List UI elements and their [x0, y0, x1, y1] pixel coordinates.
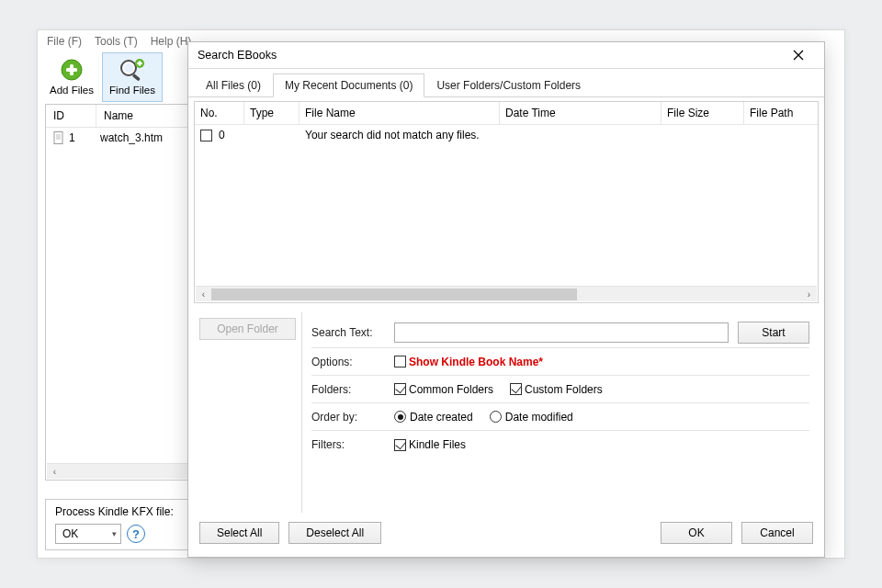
help-button[interactable]: ? — [127, 525, 145, 543]
results-table: No. Type File Name Date Time File Size F… — [194, 101, 819, 303]
cancel-button[interactable]: Cancel — [741, 522, 813, 544]
kindle-files-option[interactable]: Kindle Files — [394, 438, 466, 451]
filters-label: Filters: — [311, 438, 394, 451]
deselect-all-button[interactable]: Deselect All — [288, 522, 381, 544]
results-message: Your search did not match any files. — [300, 125, 667, 145]
svg-rect-9 — [137, 62, 142, 64]
tab-all-files[interactable]: All Files (0) — [194, 74, 273, 97]
scroll-left-icon[interactable]: ‹ — [47, 464, 62, 480]
results-header: No. Type File Name Date Time File Size F… — [195, 102, 818, 125]
date-modified-label: Date modified — [505, 411, 573, 424]
col-filepath[interactable]: File Path — [744, 102, 818, 125]
svg-rect-3 — [66, 68, 77, 72]
open-folder-button: Open Folder — [199, 318, 296, 340]
date-modified-option[interactable]: Date modified — [490, 411, 573, 424]
find-files-button[interactable]: Find Files — [102, 52, 163, 102]
custom-folders-option[interactable]: Custom Folders — [510, 383, 603, 396]
find-files-label: Find Files — [105, 85, 160, 96]
custom-folders-checkbox[interactable] — [510, 383, 522, 395]
options-row: Options: Show Kindle Book Name* — [311, 348, 809, 376]
date-created-option[interactable]: Date created — [394, 411, 473, 424]
scroll-left-icon[interactable]: ‹ — [196, 287, 211, 302]
folders-label: Folders: — [311, 383, 394, 396]
chevron-down-icon: ▾ — [112, 529, 117, 538]
search-row: Search Text: Start — [311, 318, 809, 348]
kindle-files-checkbox[interactable] — [394, 439, 406, 451]
orderby-row: Order by: Date created Date modified — [311, 403, 809, 431]
kfx-select-value: OK — [62, 527, 78, 540]
add-files-button[interactable]: Add Files — [41, 52, 102, 102]
col-filesize[interactable]: File Size — [662, 102, 744, 125]
common-folders-checkbox[interactable] — [394, 383, 406, 395]
col-no[interactable]: No. — [195, 102, 244, 125]
menu-file[interactable]: File (F) — [41, 32, 87, 51]
folders-row: Folders: Common Folders Custom Folders — [311, 376, 809, 403]
common-folders-label: Common Folders — [409, 383, 493, 396]
tab-my-recent[interactable]: My Recent Documents (0) — [273, 74, 424, 97]
common-folders-option[interactable]: Common Folders — [394, 383, 493, 396]
kfx-select[interactable]: OK ▾ — [55, 524, 121, 544]
tab-user-folders[interactable]: User Folders/Custom Folders — [424, 74, 593, 97]
results-scrollbar[interactable]: ‹ › — [196, 286, 817, 301]
dialog-buttons: Select All Deselect All OK Cancel — [188, 513, 824, 557]
svg-rect-10 — [54, 132, 62, 144]
col-type[interactable]: Type — [244, 102, 300, 125]
show-kindle-checkbox[interactable] — [394, 356, 406, 368]
show-kindle-option[interactable]: Show Kindle Book Name* — [394, 356, 543, 368]
search-input[interactable] — [394, 322, 729, 343]
col-filename[interactable]: File Name — [300, 102, 500, 125]
custom-folders-label: Custom Folders — [525, 383, 603, 396]
document-icon — [51, 130, 66, 145]
ok-button[interactable]: OK — [661, 522, 732, 544]
search-label: Search Text: — [311, 326, 394, 339]
svg-point-5 — [124, 63, 133, 73]
col-id[interactable]: ID — [46, 105, 96, 127]
select-all-button[interactable]: Select All — [199, 522, 279, 544]
date-created-radio[interactable] — [394, 411, 406, 423]
dialog-titlebar: Search EBooks — [188, 42, 824, 69]
options-label: Options: — [311, 356, 394, 368]
close-button[interactable] — [782, 46, 815, 64]
menu-tools[interactable]: Tools (T) — [89, 32, 143, 51]
orderby-label: Order by: — [311, 411, 394, 424]
search-ebooks-dialog: Search EBooks All Files (0) My Recent Do… — [187, 41, 825, 558]
date-created-label: Date created — [410, 411, 473, 424]
dialog-title: Search EBooks — [198, 49, 277, 62]
close-icon — [793, 50, 804, 61]
add-files-icon — [56, 57, 87, 83]
cell-name: watch_3.htm — [100, 131, 163, 144]
row-checkbox[interactable] — [200, 130, 212, 141]
svg-rect-6 — [132, 74, 141, 81]
kindle-files-label: Kindle Files — [409, 438, 466, 451]
cell-no: 0 — [219, 129, 225, 141]
results-row[interactable]: 0 Your search did not match any files. — [195, 125, 818, 145]
find-files-icon — [117, 57, 148, 83]
show-kindle-label: Show Kindle Book Name* — [409, 356, 543, 368]
filters-row: Filters: Kindle Files — [311, 431, 809, 458]
scroll-right-icon[interactable]: › — [801, 287, 817, 302]
cell-id: 1 — [69, 131, 100, 144]
tabstrip: All Files (0) My Recent Documents (0) Us… — [188, 69, 824, 97]
scrollbar-thumb[interactable] — [211, 288, 577, 300]
lower-section: Open Folder Search Text: Start Options: … — [188, 303, 824, 513]
col-datetime[interactable]: Date Time — [500, 102, 662, 125]
start-button[interactable]: Start — [738, 322, 809, 344]
add-files-label: Add Files — [44, 85, 99, 96]
date-modified-radio[interactable] — [490, 411, 502, 423]
